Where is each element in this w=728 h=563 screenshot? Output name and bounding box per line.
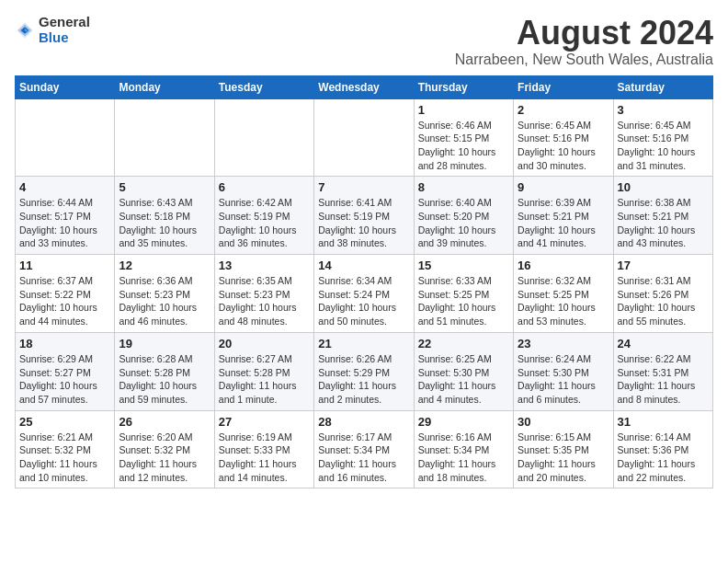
calendar-cell bbox=[214, 98, 313, 177]
logo-text: General Blue bbox=[39, 15, 90, 45]
calendar-cell: 25Sunrise: 6:21 AM Sunset: 5:32 PM Dayli… bbox=[16, 410, 115, 488]
day-number: 31 bbox=[618, 415, 709, 429]
day-info: Sunrise: 6:27 AM Sunset: 5:28 PM Dayligh… bbox=[219, 352, 310, 407]
day-number: 18 bbox=[19, 337, 110, 350]
day-number: 14 bbox=[318, 259, 409, 272]
calendar-cell: 7Sunrise: 6:41 AM Sunset: 5:19 PM Daylig… bbox=[314, 177, 414, 255]
calendar-cell: 1Sunrise: 6:46 AM Sunset: 5:15 PM Daylig… bbox=[414, 98, 513, 177]
calendar-cell: 14Sunrise: 6:34 AM Sunset: 5:24 PM Dayli… bbox=[314, 255, 414, 333]
day-info: Sunrise: 6:36 AM Sunset: 5:23 PM Dayligh… bbox=[119, 274, 210, 328]
day-info: Sunrise: 6:25 AM Sunset: 5:30 PM Dayligh… bbox=[418, 352, 509, 407]
calendar-cell: 5Sunrise: 6:43 AM Sunset: 5:18 PM Daylig… bbox=[115, 177, 214, 255]
day-info: Sunrise: 6:22 AM Sunset: 5:31 PM Dayligh… bbox=[618, 352, 709, 407]
day-number: 19 bbox=[119, 337, 210, 350]
calendar-week-2: 4Sunrise: 6:44 AM Sunset: 5:17 PM Daylig… bbox=[16, 177, 713, 255]
day-number: 2 bbox=[518, 103, 609, 117]
calendar-cell: 30Sunrise: 6:15 AM Sunset: 5:35 PM Dayli… bbox=[514, 410, 613, 488]
calendar-cell bbox=[16, 98, 115, 177]
day-info: Sunrise: 6:28 AM Sunset: 5:28 PM Dayligh… bbox=[119, 352, 210, 407]
calendar-week-5: 25Sunrise: 6:21 AM Sunset: 5:32 PM Dayli… bbox=[16, 410, 713, 488]
calendar-cell: 31Sunrise: 6:14 AM Sunset: 5:36 PM Dayli… bbox=[613, 410, 712, 488]
day-number: 17 bbox=[618, 259, 709, 272]
day-number: 28 bbox=[318, 415, 409, 429]
weekday-header-saturday: Saturday bbox=[613, 75, 712, 98]
weekday-header-thursday: Thursday bbox=[414, 75, 513, 98]
day-number: 7 bbox=[318, 180, 409, 194]
weekday-header-friday: Friday bbox=[514, 75, 613, 98]
calendar-cell: 9Sunrise: 6:39 AM Sunset: 5:21 PM Daylig… bbox=[514, 177, 613, 255]
calendar-cell: 29Sunrise: 6:16 AM Sunset: 5:34 PM Dayli… bbox=[414, 410, 513, 488]
calendar-cell: 3Sunrise: 6:45 AM Sunset: 5:16 PM Daylig… bbox=[613, 98, 712, 177]
day-number: 10 bbox=[618, 180, 709, 194]
day-info: Sunrise: 6:17 AM Sunset: 5:34 PM Dayligh… bbox=[318, 431, 409, 485]
day-info: Sunrise: 6:33 AM Sunset: 5:25 PM Dayligh… bbox=[418, 274, 509, 328]
day-number: 12 bbox=[119, 259, 210, 272]
logo-blue-text: Blue bbox=[39, 30, 90, 46]
calendar-cell: 19Sunrise: 6:28 AM Sunset: 5:28 PM Dayli… bbox=[115, 332, 214, 410]
calendar-cell: 27Sunrise: 6:19 AM Sunset: 5:33 PM Dayli… bbox=[214, 410, 313, 488]
day-info: Sunrise: 6:41 AM Sunset: 5:19 PM Dayligh… bbox=[318, 196, 409, 250]
day-info: Sunrise: 6:37 AM Sunset: 5:22 PM Dayligh… bbox=[19, 274, 110, 328]
day-info: Sunrise: 6:42 AM Sunset: 5:19 PM Dayligh… bbox=[219, 196, 310, 250]
day-info: Sunrise: 6:43 AM Sunset: 5:18 PM Dayligh… bbox=[119, 196, 210, 250]
day-number: 30 bbox=[518, 415, 609, 429]
logo-icon bbox=[15, 20, 35, 40]
day-number: 25 bbox=[19, 415, 110, 429]
calendar-cell: 6Sunrise: 6:42 AM Sunset: 5:19 PM Daylig… bbox=[214, 177, 313, 255]
day-number: 24 bbox=[618, 337, 709, 350]
day-number: 4 bbox=[19, 180, 110, 194]
weekday-header-monday: Monday bbox=[115, 75, 214, 98]
title-block: August 2024 Narrabeen, New South Wales, … bbox=[455, 15, 713, 68]
calendar-cell: 26Sunrise: 6:20 AM Sunset: 5:32 PM Dayli… bbox=[115, 410, 214, 488]
day-info: Sunrise: 6:21 AM Sunset: 5:32 PM Dayligh… bbox=[19, 431, 110, 485]
day-number: 3 bbox=[618, 103, 709, 117]
day-info: Sunrise: 6:46 AM Sunset: 5:15 PM Dayligh… bbox=[418, 119, 509, 173]
weekday-header-tuesday: Tuesday bbox=[214, 75, 313, 98]
calendar-cell bbox=[314, 98, 414, 177]
day-info: Sunrise: 6:39 AM Sunset: 5:21 PM Dayligh… bbox=[518, 196, 609, 250]
calendar-week-1: 1Sunrise: 6:46 AM Sunset: 5:15 PM Daylig… bbox=[16, 98, 713, 177]
day-number: 16 bbox=[518, 259, 609, 272]
logo: General Blue bbox=[15, 15, 90, 45]
calendar-cell bbox=[115, 98, 214, 177]
calendar-cell: 11Sunrise: 6:37 AM Sunset: 5:22 PM Dayli… bbox=[16, 255, 115, 333]
calendar-cell: 18Sunrise: 6:29 AM Sunset: 5:27 PM Dayli… bbox=[16, 332, 115, 410]
calendar-cell: 10Sunrise: 6:38 AM Sunset: 5:21 PM Dayli… bbox=[613, 177, 712, 255]
logo-general-text: General bbox=[39, 15, 90, 30]
page-header: General Blue August 2024 Narrabeen, New … bbox=[15, 15, 713, 68]
day-info: Sunrise: 6:45 AM Sunset: 5:16 PM Dayligh… bbox=[618, 119, 709, 173]
day-number: 29 bbox=[418, 415, 509, 429]
day-number: 27 bbox=[219, 415, 310, 429]
calendar-cell: 28Sunrise: 6:17 AM Sunset: 5:34 PM Dayli… bbox=[314, 410, 414, 488]
day-info: Sunrise: 6:14 AM Sunset: 5:36 PM Dayligh… bbox=[618, 431, 709, 485]
calendar-table: SundayMondayTuesdayWednesdayThursdayFrid… bbox=[15, 75, 713, 489]
calendar-cell: 17Sunrise: 6:31 AM Sunset: 5:26 PM Dayli… bbox=[613, 255, 712, 333]
day-number: 11 bbox=[19, 259, 110, 272]
calendar-cell: 21Sunrise: 6:26 AM Sunset: 5:29 PM Dayli… bbox=[314, 332, 414, 410]
calendar-cell: 13Sunrise: 6:35 AM Sunset: 5:23 PM Dayli… bbox=[214, 255, 313, 333]
day-info: Sunrise: 6:26 AM Sunset: 5:29 PM Dayligh… bbox=[318, 352, 409, 407]
day-info: Sunrise: 6:20 AM Sunset: 5:32 PM Dayligh… bbox=[119, 431, 210, 485]
calendar-cell: 22Sunrise: 6:25 AM Sunset: 5:30 PM Dayli… bbox=[414, 332, 513, 410]
day-info: Sunrise: 6:45 AM Sunset: 5:16 PM Dayligh… bbox=[518, 119, 609, 173]
day-info: Sunrise: 6:34 AM Sunset: 5:24 PM Dayligh… bbox=[318, 274, 409, 328]
calendar-week-4: 18Sunrise: 6:29 AM Sunset: 5:27 PM Dayli… bbox=[16, 332, 713, 410]
calendar-cell: 12Sunrise: 6:36 AM Sunset: 5:23 PM Dayli… bbox=[115, 255, 214, 333]
calendar-cell: 16Sunrise: 6:32 AM Sunset: 5:25 PM Dayli… bbox=[514, 255, 613, 333]
day-number: 15 bbox=[418, 259, 509, 272]
calendar-cell: 24Sunrise: 6:22 AM Sunset: 5:31 PM Dayli… bbox=[613, 332, 712, 410]
day-number: 5 bbox=[119, 180, 210, 194]
day-info: Sunrise: 6:44 AM Sunset: 5:17 PM Dayligh… bbox=[19, 196, 110, 250]
day-number: 20 bbox=[219, 337, 310, 350]
day-number: 22 bbox=[418, 337, 509, 350]
weekday-header-wednesday: Wednesday bbox=[314, 75, 414, 98]
calendar-cell: 8Sunrise: 6:40 AM Sunset: 5:20 PM Daylig… bbox=[414, 177, 513, 255]
calendar-week-3: 11Sunrise: 6:37 AM Sunset: 5:22 PM Dayli… bbox=[16, 255, 713, 333]
calendar-cell: 15Sunrise: 6:33 AM Sunset: 5:25 PM Dayli… bbox=[414, 255, 513, 333]
day-number: 9 bbox=[518, 180, 609, 194]
day-info: Sunrise: 6:32 AM Sunset: 5:25 PM Dayligh… bbox=[518, 274, 609, 328]
day-info: Sunrise: 6:15 AM Sunset: 5:35 PM Dayligh… bbox=[518, 431, 609, 485]
month-year-title: August 2024 bbox=[455, 15, 713, 52]
day-info: Sunrise: 6:29 AM Sunset: 5:27 PM Dayligh… bbox=[19, 352, 110, 407]
day-number: 1 bbox=[418, 103, 509, 117]
